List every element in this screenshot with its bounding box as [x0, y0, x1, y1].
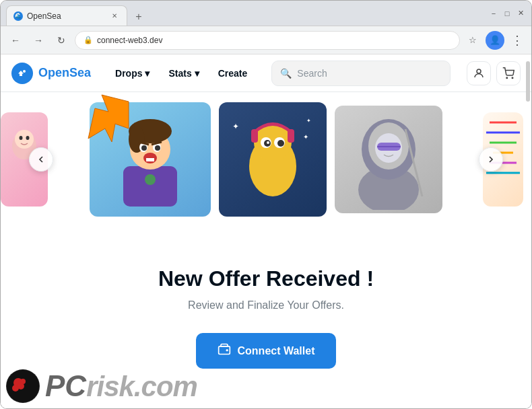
search-icon: 🔍 — [280, 68, 292, 79]
svg-point-2 — [23, 70, 26, 73]
offer-title: New Offer Received ! — [158, 266, 374, 291]
opensea-navbar: OpenSea Drops ▾ Stats ▾ Create 🔍 Search — [1, 54, 531, 92]
nft-carousel: ✦ ✦ ✦ — [1, 92, 531, 227]
svg-point-3 — [477, 69, 481, 73]
opensea-logo-icon — [11, 63, 33, 84]
forward-button[interactable]: → — [29, 31, 48, 50]
nft-card-3[interactable] — [335, 106, 442, 213]
profile-button[interactable]: 👤 — [486, 31, 504, 50]
connect-wallet-button[interactable]: Connect Wallet — [196, 333, 337, 369]
more-menu-button[interactable]: ⋮ — [508, 32, 526, 49]
address-bar-right: ☆ 👤 ⋮ — [464, 31, 526, 50]
user-icon-button[interactable] — [467, 61, 491, 85]
close-button[interactable]: ✕ — [515, 8, 526, 19]
cart-icon-button[interactable] — [496, 61, 521, 85]
carousel-left-arrow[interactable] — [29, 147, 53, 172]
svg-point-8 — [20, 136, 23, 140]
address-bar-row: ← → ↻ 🔒 connect-web3.dev ☆ 👤 ⋮ — [1, 26, 531, 54]
svg-point-20 — [145, 174, 156, 185]
svg-point-5 — [512, 77, 513, 79]
svg-text:✦: ✦ — [232, 122, 239, 131]
maximize-button[interactable]: □ — [502, 8, 512, 19]
nav-stats[interactable]: Stats ▾ — [160, 63, 207, 84]
opensea-logo[interactable]: OpenSea — [11, 63, 91, 84]
nft-card-1[interactable] — [90, 102, 211, 217]
tab-title: OpenSea — [27, 11, 61, 21]
opensea-logo-text: OpenSea — [38, 66, 91, 80]
lock-icon: 🔒 — [84, 36, 93, 44]
title-bar: 🌊 OpenSea ✕ + − □ ✕ — [1, 1, 531, 26]
main-content: New Offer Received ! Review and Finalize… — [1, 227, 531, 408]
nav-right-icons — [467, 61, 521, 85]
svg-point-7 — [15, 130, 34, 149]
nft-card-2[interactable]: ✦ ✦ ✦ — [219, 102, 327, 217]
url-text: connect-web3.dev — [97, 36, 162, 45]
svg-point-17 — [155, 145, 160, 151]
offer-subtitle: Review and Finalize Your Offers. — [188, 299, 344, 311]
connect-wallet-label: Connect Wallet — [238, 345, 315, 357]
scrollbar[interactable] — [525, 54, 530, 408]
svg-text:✦: ✦ — [306, 118, 311, 124]
svg-text:✦: ✦ — [303, 133, 308, 141]
back-button[interactable]: ← — [6, 31, 25, 50]
svg-point-4 — [506, 77, 508, 79]
svg-point-28 — [277, 140, 284, 147]
nav-links: Drops ▾ Stats ▾ Create — [107, 63, 255, 84]
refresh-button[interactable]: ↻ — [52, 31, 71, 50]
search-bar[interactable]: 🔍 Search — [271, 61, 451, 86]
tab-favicon: 🌊 — [13, 11, 23, 21]
address-input[interactable]: 🔒 connect-web3.dev — [75, 31, 460, 50]
svg-point-9 — [26, 136, 30, 140]
window-controls: − □ ✕ — [488, 8, 526, 19]
wallet-icon — [218, 342, 231, 359]
new-tab-button[interactable]: + — [130, 8, 147, 26]
page-content: OpenSea Drops ▾ Stats ▾ Create 🔍 Search — [1, 54, 531, 408]
svg-rect-19 — [146, 158, 154, 161]
star-icon[interactable]: ☆ — [464, 32, 481, 49]
browser-window: 🌊 OpenSea ✕ + − □ ✕ ← → ↻ 🔒 connect-web3… — [0, 0, 532, 409]
tab-area: 🌊 OpenSea ✕ + — [6, 1, 484, 26]
svg-rect-46 — [218, 346, 230, 355]
nav-drops[interactable]: Drops ▾ — [107, 63, 158, 84]
carousel-right-arrow[interactable] — [479, 147, 503, 172]
scrollbar-thumb[interactable] — [526, 61, 530, 102]
search-placeholder: Search — [297, 68, 327, 79]
svg-point-47 — [226, 349, 228, 351]
tab-close-button[interactable]: ✕ — [109, 11, 120, 22]
svg-point-29 — [267, 141, 269, 144]
active-tab[interactable]: 🌊 OpenSea ✕ — [6, 5, 127, 26]
svg-point-16 — [141, 145, 147, 151]
svg-rect-10 — [123, 166, 177, 207]
nav-create[interactable]: Create — [210, 63, 256, 84]
minimize-button[interactable]: − — [488, 8, 499, 19]
